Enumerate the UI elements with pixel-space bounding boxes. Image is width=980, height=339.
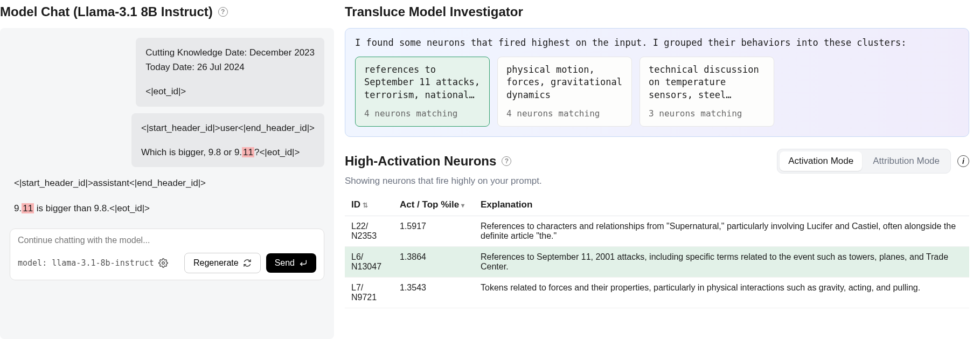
- help-icon[interactable]: ?: [218, 7, 228, 17]
- system-message: Cutting Knowledge Date: December 2023 To…: [136, 38, 324, 107]
- neuron-expl: References to characters and relationshi…: [474, 216, 969, 246]
- investigator-box: I found some neurons that fired highest …: [345, 28, 969, 137]
- model-label: model: llama-3.1-8b-instruct: [18, 258, 168, 268]
- neurons-title: High-Activation Neurons ?: [345, 154, 511, 169]
- send-button[interactable]: Send: [266, 253, 316, 273]
- chat-area: Cutting Knowledge Date: December 2023 To…: [0, 28, 334, 339]
- highlight-token: 11: [242, 147, 254, 157]
- neuron-id: L22/N2353: [345, 216, 393, 246]
- cluster-row: references to September 11 attacks, terr…: [355, 57, 959, 127]
- table-row[interactable]: L7/N9721 1.3543 Tokens related to forces…: [345, 277, 969, 308]
- cluster-desc: physical motion, forces, gravitational d…: [506, 64, 623, 102]
- msg-line: <|start_header_id|>user<|end_header_id|>: [141, 121, 315, 135]
- svg-point-0: [162, 262, 165, 265]
- info-icon[interactable]: i: [957, 155, 969, 167]
- mode-toggle: Activation Mode Attribution Mode i: [777, 149, 969, 174]
- cluster-count: 4 neurons matching: [506, 108, 623, 120]
- msg-line: <|start_header_id|>assistant<|end_header…: [14, 176, 206, 190]
- neuron-expl: References to September 11, 2001 attacks…: [474, 246, 969, 277]
- msg-line: Today Date: 26 Jul 2024: [145, 60, 315, 74]
- cluster-count: 4 neurons matching: [364, 108, 481, 120]
- cluster-desc: technical discussion on temperature sens…: [649, 64, 765, 102]
- neuron-act: 1.3543: [393, 277, 474, 308]
- chevron-down-icon: ▾: [461, 202, 464, 209]
- chat-input[interactable]: [18, 236, 316, 245]
- col-explanation: Explanation: [474, 194, 969, 216]
- neuron-id: L6/N13047: [345, 246, 393, 277]
- gear-icon[interactable]: [158, 258, 168, 268]
- col-id[interactable]: ID⇅: [345, 194, 393, 216]
- msg-line: 9.11 is bigger than 9.8.<|eot_id|>: [14, 201, 150, 216]
- col-act[interactable]: Act / Top %ile▾: [393, 194, 474, 216]
- refresh-icon: [243, 259, 252, 267]
- cluster-card[interactable]: physical motion, forces, gravitational d…: [497, 57, 632, 127]
- assistant-message: 9.11 is bigger than 9.8.<|eot_id|>: [10, 199, 154, 218]
- msg-line: Which is bigger, 9.8 or 9.11?<|eot_id|>: [141, 145, 315, 160]
- chat-input-container: model: llama-3.1-8b-instruct Regenerate …: [10, 229, 324, 280]
- cluster-count: 3 neurons matching: [649, 108, 765, 120]
- assistant-header: <|start_header_id|>assistant<|end_header…: [10, 174, 210, 192]
- neurons-subtitle: Showing neurons that fire highly on your…: [345, 176, 969, 186]
- user-message: <|start_header_id|>user<|end_header_id|>…: [131, 113, 324, 167]
- chat-title-text: Model Chat (Llama-3.1 8B Instruct): [0, 4, 213, 19]
- regenerate-button[interactable]: Regenerate: [184, 253, 261, 273]
- neuron-expl: Tokens related to forces and their prope…: [474, 277, 969, 308]
- chat-title: Model Chat (Llama-3.1 8B Instruct) ?: [0, 4, 334, 19]
- help-icon[interactable]: ?: [502, 156, 511, 166]
- neuron-act: 1.3864: [393, 246, 474, 277]
- cluster-card[interactable]: technical discussion on temperature sens…: [640, 57, 774, 127]
- cluster-card[interactable]: references to September 11 attacks, terr…: [355, 57, 490, 127]
- enter-icon: [299, 259, 308, 267]
- neuron-act: 1.5917: [393, 216, 474, 246]
- investigator-intro: I found some neurons that fired highest …: [355, 36, 959, 50]
- table-row[interactable]: L6/N13047 1.3864 References to September…: [345, 246, 969, 277]
- msg-line: <|eot_id|>: [145, 84, 315, 99]
- highlight-token: 11: [22, 203, 34, 213]
- investigator-title: Transluce Model Investigator: [345, 4, 969, 19]
- neuron-id: L7/N9721: [345, 277, 393, 308]
- table-row[interactable]: L22/N2353 1.5917 References to character…: [345, 216, 969, 246]
- attribution-mode-button[interactable]: Attribution Mode: [864, 151, 948, 171]
- cluster-desc: references to September 11 attacks, terr…: [364, 64, 481, 102]
- activation-mode-button[interactable]: Activation Mode: [780, 151, 862, 171]
- sort-icon: ⇅: [363, 202, 368, 209]
- neuron-table: ID⇅ Act / Top %ile▾ Explanation L22/N235…: [345, 194, 969, 308]
- msg-line: Cutting Knowledge Date: December 2023: [145, 45, 315, 60]
